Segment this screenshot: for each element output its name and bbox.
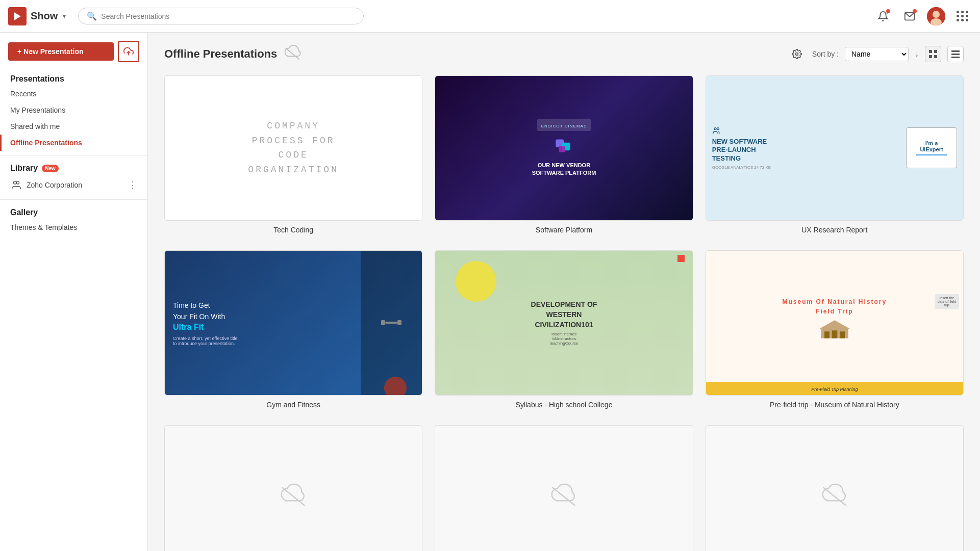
ux-title-text: NEW SOFTWAREPRE-LAUNCHTESTING [712, 138, 906, 164]
sidebar-item-offline-presentations[interactable]: Offline Presentations [0, 135, 147, 151]
sidebar-item-shared-with-me[interactable]: Shared with me [0, 118, 147, 135]
svg-rect-29 [840, 332, 845, 338]
sidebar-item-my-presentations[interactable]: My Presentations [0, 102, 147, 118]
presentation-thumb-placeholder-1 [164, 425, 422, 551]
svg-rect-14 [934, 55, 937, 58]
shared-with-me-label: Shared with me [10, 122, 60, 130]
brand[interactable]: Show ▾ [8, 7, 66, 25]
presentation-card-tech-coding[interactable]: COMPANYPROCESS FORCODEORGANIZATION Tech … [164, 75, 422, 234]
avatar-image [927, 7, 945, 25]
sidebar-item-themes-templates[interactable]: Themes & Templates [0, 219, 147, 235]
search-icon: 🔍 [87, 11, 97, 21]
ux-laptop-label: I'm aUIExpert [920, 140, 943, 152]
syllabus-title-text: DEVELOPMENT OFWESTERNCIVILIZATION101 [531, 300, 597, 330]
gym-thumb-content: Time to Get Your Fit On With Ultra Fit C… [165, 251, 422, 395]
list-view-button[interactable] [947, 46, 964, 62]
brand-name: Show [31, 10, 58, 22]
settings-icon [792, 49, 802, 59]
syllabus-text-block: DEVELOPMENT OFWESTERNCIVILIZATION101 Ins… [527, 296, 601, 350]
list-view-icon [951, 50, 960, 58]
svg-marker-0 [14, 12, 20, 20]
sort-down-icon[interactable]: ↓ [915, 49, 919, 59]
notifications-button[interactable] [874, 7, 892, 25]
ux-subtitle: GOOGLE ANALYTICS 24 72 KB [712, 165, 906, 170]
presentations-grid: COMPANYPROCESS FORCODEORGANIZATION Tech … [164, 75, 964, 551]
apps-button[interactable] [953, 7, 972, 25]
presentation-label-tech-coding: Tech Coding [273, 226, 313, 234]
sidebar-divider-1 [0, 155, 147, 155]
presentation-card-syllabus[interactable]: DEVELOPMENT OFWESTERNCIVILIZATION101 Ins… [435, 250, 693, 409]
my-presentations-label: My Presentations [10, 106, 65, 114]
gym-line2: Your Fit On With [173, 311, 414, 322]
svg-rect-13 [929, 55, 932, 58]
syllabus-thumb-content: DEVELOPMENT OFWESTERNCIVILIZATION101 Ins… [435, 251, 692, 395]
sidebar: + New Presentation Presentations Recents… [0, 33, 148, 551]
svg-rect-11 [929, 50, 932, 53]
presentation-card-placeholder-1 [164, 425, 422, 551]
gym-sub: Create a short, yet effective titleto in… [173, 336, 414, 346]
presentation-card-museum[interactable]: Museum Of Natural HistoryField Trip [706, 250, 964, 409]
users-icon [712, 126, 720, 135]
ux-laptop: I'm aUIExpert [906, 127, 957, 168]
svg-rect-28 [824, 332, 830, 338]
cloud-placeholder-icon-3 [819, 483, 850, 513]
main-layout: + New Presentation Presentations Recents… [0, 33, 980, 551]
software-icon [551, 137, 576, 158]
svg-rect-15 [951, 50, 960, 52]
search-input[interactable] [101, 12, 355, 20]
apps-grid-icon [957, 11, 969, 21]
presentation-card-software-platform[interactable]: ENDICOT CINEMAS OUR NEW VENDORSOFTWARE P… [435, 75, 693, 234]
museum-bar-text: Pre-Field Trip Planning [811, 387, 858, 392]
recents-label: Recents [10, 90, 36, 98]
sort-select[interactable]: Name Date Modified Date Created [845, 47, 909, 61]
themes-templates-label: Themes & Templates [10, 223, 77, 231]
museum-title-text: Museum Of Natural HistoryField Trip [782, 297, 887, 317]
new-presentation-button[interactable]: + New Presentation [8, 42, 114, 61]
cloud-placeholder-icon-1 [278, 483, 309, 513]
settings-button[interactable] [788, 45, 806, 63]
play-icon [12, 11, 22, 21]
presentation-label-syllabus: Syllabus - High school College [516, 401, 613, 409]
presentation-card-placeholder-2 [435, 425, 693, 551]
zoho-corp-label: Zoho Corporation [27, 181, 82, 189]
sidebar-divider-2 [0, 199, 147, 200]
offline-presentations-label: Offline Presentations [10, 139, 82, 147]
svg-point-8 [16, 181, 19, 185]
cloud-placeholder-icon-2 [548, 483, 579, 513]
tech-thumb-content: COMPANYPROCESS FORCODEORGANIZATION [165, 76, 422, 220]
svg-point-22 [717, 127, 719, 129]
svg-rect-16 [951, 54, 960, 55]
avatar[interactable] [927, 7, 945, 25]
presentation-card-gym-fitness[interactable]: Time to Get Your Fit On With Ultra Fit C… [164, 250, 422, 409]
museum-bar: Pre-Field Trip Planning [706, 382, 963, 395]
presentation-thumb-gym-fitness: Time to Get Your Fit On With Ultra Fit C… [164, 250, 422, 396]
search-bar[interactable]: 🔍 [78, 8, 364, 24]
upload-button[interactable] [118, 41, 139, 62]
notification-dot [886, 9, 890, 13]
upload-icon [123, 46, 134, 57]
svg-point-4 [933, 11, 940, 18]
zoho-corp-menu-button[interactable]: ⋮ [128, 179, 137, 191]
presentation-card-ux-research[interactable]: NEW SOFTWAREPRE-LAUNCHTESTING GOOGLE ANA… [706, 75, 964, 234]
presentation-label-gym-fitness: Gym and Fitness [266, 401, 320, 409]
sidebar-item-recents[interactable]: Recents [0, 86, 147, 102]
library-item-zoho[interactable]: Zoho Corporation ⋮ [0, 175, 147, 195]
presentations-section-title: Presentations [0, 70, 147, 86]
library-header: Library New [0, 160, 147, 175]
museum-thumb-content: Museum Of Natural HistoryField Trip [706, 251, 963, 395]
library-item-left: Zoho Corporation [10, 179, 82, 191]
mail-button[interactable] [900, 7, 919, 25]
svg-marker-27 [819, 321, 850, 329]
sw-badge: ENDICOT CINEMAS [541, 124, 587, 128]
new-btn-row: + New Presentation [0, 41, 147, 70]
syllabus-yellow-circle [456, 261, 496, 302]
gym-line1: Time to Get [173, 300, 414, 311]
library-new-badge: New [42, 165, 59, 172]
syllabus-subtitle: InsertThemes#&InstructorsteachingCourse [531, 332, 597, 346]
brand-caret[interactable]: ▾ [63, 13, 66, 20]
presentation-thumb-software-platform: ENDICOT CINEMAS OUR NEW VENDORSOFTWARE P… [435, 75, 693, 221]
mail-dot [913, 9, 917, 13]
content-area: Offline Presentations Sort by : [148, 33, 980, 551]
zoho-corp-icon [10, 179, 22, 191]
grid-view-button[interactable] [925, 46, 941, 62]
